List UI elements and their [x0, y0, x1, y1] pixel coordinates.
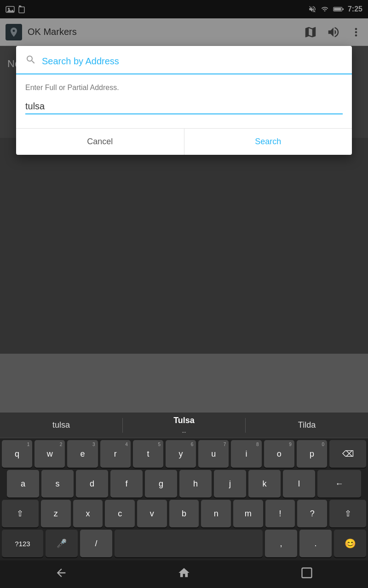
key-b[interactable]: b — [169, 500, 199, 527]
key-p[interactable]: 0p — [297, 440, 327, 468]
microphone-key[interactable]: 🎤 — [46, 530, 78, 557]
key-slash[interactable]: / — [80, 530, 112, 557]
space-key[interactable] — [115, 530, 263, 557]
backspace-key[interactable]: ⌫ — [329, 440, 366, 468]
suggestion-dots: ... — [182, 429, 186, 434]
enter-key[interactable]: ← — [317, 470, 361, 498]
key-row-3: ⇧ z x c v b n m ! ? ⇧ — [2, 500, 366, 527]
key-y[interactable]: 6y — [166, 440, 196, 468]
nav-bar — [0, 560, 368, 588]
key-v[interactable]: v — [137, 500, 167, 527]
symbols-key[interactable]: ?123 — [2, 530, 43, 557]
key-l[interactable]: l — [283, 470, 315, 498]
key-z[interactable]: z — [41, 500, 71, 527]
key-period[interactable]: . — [299, 530, 332, 557]
key-c[interactable]: c — [105, 500, 135, 527]
shift-right-key[interactable]: ⇧ — [329, 500, 366, 527]
cancel-button[interactable]: Cancel — [16, 129, 184, 155]
key-exclamation[interactable]: ! — [265, 500, 295, 527]
key-o[interactable]: 9o — [264, 440, 294, 468]
suggestion-tilda[interactable]: Tilda — [246, 417, 368, 434]
key-n[interactable]: n — [201, 500, 231, 527]
key-i[interactable]: 8i — [231, 440, 261, 468]
dialog-actions: Cancel Search — [16, 128, 352, 155]
key-e[interactable]: 3e — [67, 440, 98, 468]
key-r[interactable]: 4r — [100, 440, 131, 468]
key-a[interactable]: a — [7, 470, 39, 498]
search-button[interactable]: Search — [184, 129, 352, 155]
key-row-4: ?123 🎤 / , . 😊 — [2, 530, 366, 557]
key-m[interactable]: m — [233, 500, 263, 527]
key-f[interactable]: f — [110, 470, 143, 498]
suggestion-tulsa-lower[interactable]: tulsa — [0, 417, 122, 434]
back-nav-button[interactable] — [46, 563, 77, 586]
search-dialog: Search by Address Enter Full or Partial … — [16, 46, 352, 155]
dialog-input-container[interactable] — [25, 99, 343, 114]
key-k[interactable]: k — [248, 470, 281, 498]
keyboard-area: tulsa Tulsa... Tilda 1q 2w 3e 4r 5t 6y 7… — [0, 413, 368, 560]
dialog-search-icon — [25, 54, 36, 68]
recents-nav-button[interactable] — [291, 563, 322, 586]
key-j[interactable]: j — [214, 470, 246, 498]
dialog-hint-text: Enter Full or Partial Address. — [25, 84, 343, 92]
svg-rect-8 — [302, 568, 311, 578]
dialog-body: Enter Full or Partial Address. — [16, 74, 352, 121]
emoji-key[interactable]: 😊 — [334, 530, 366, 557]
shift-left-key[interactable]: ⇧ — [2, 500, 39, 527]
address-input[interactable] — [25, 99, 343, 113]
key-t[interactable]: 5t — [133, 440, 163, 468]
key-g[interactable]: g — [145, 470, 177, 498]
key-u[interactable]: 7u — [198, 440, 229, 468]
suggestion-tulsa-proper[interactable]: Tulsa... — [123, 412, 245, 439]
key-s[interactable]: s — [41, 470, 74, 498]
keyboard-rows: 1q 2w 3e 4r 5t 6y 7u 8i 9o 0p ⌫ a s d f … — [0, 438, 368, 560]
dialog-title-row: Search by Address — [16, 46, 352, 74]
key-h[interactable]: h — [179, 470, 212, 498]
home-nav-button[interactable] — [168, 563, 200, 586]
dialog-title-text: Search by Address — [42, 56, 119, 67]
key-x[interactable]: x — [73, 500, 103, 527]
suggestions-row: tulsa Tulsa... Tilda — [0, 413, 368, 438]
key-row-1: 1q 2w 3e 4r 5t 6y 7u 8i 9o 0p ⌫ — [2, 440, 366, 468]
dialog-overlay: Search by Address Enter Full or Partial … — [0, 46, 368, 155]
key-row-2: a s d f g h j k l ← — [2, 470, 366, 498]
key-w[interactable]: 2w — [34, 440, 65, 468]
key-q[interactable]: 1q — [2, 440, 32, 468]
key-comma[interactable]: , — [265, 530, 297, 557]
key-question[interactable]: ? — [297, 500, 327, 527]
key-d[interactable]: d — [76, 470, 108, 498]
